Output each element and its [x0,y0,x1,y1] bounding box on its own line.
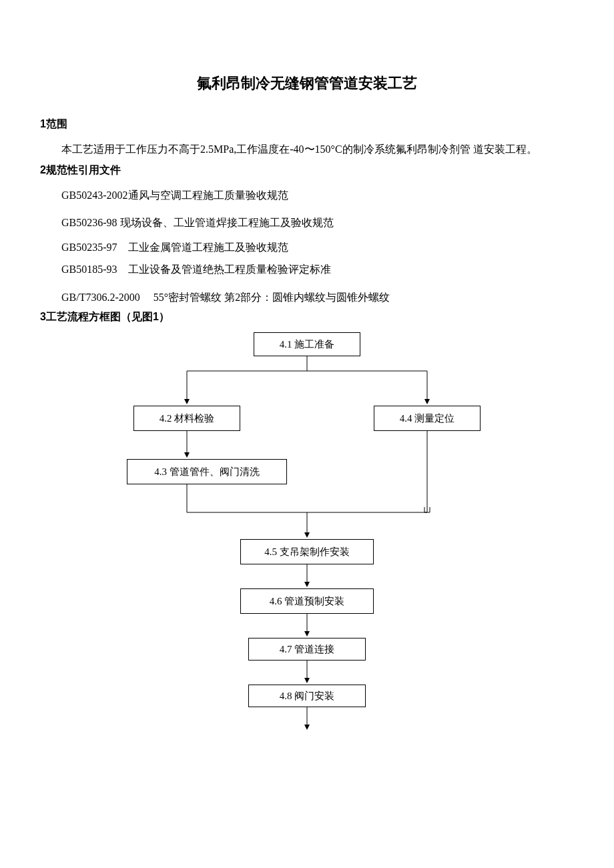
flowchart-container: 4.1 施工准备 4.2 材料检验 4.4 测量定位 4.3 管道管件、阀门清洗… [40,332,574,733]
section-1-body: 本工艺适用于工作压力不高于2.5MPa,工作温度在-40〜150°C的制冷系统氟… [40,138,574,161]
page-title: 氟利昂制冷无缝钢管管道安装工艺 [40,73,574,93]
ref-2: GB50236-98 现场设备、工业管道焊接工程施工及验收规范 [40,210,574,236]
section-1-heading: 1范围 [40,117,574,131]
flow-node-48: 4.8 阀门安装 [248,685,366,707]
section-3-heading: 3工艺流程方框图（见图1） [40,310,574,324]
section-2-heading: 2规范性引用文件 [40,163,574,177]
flow-node-47: 4.7 管道连接 [248,638,366,661]
ref-5: GB/T7306.2-2000 55°密封管螺纹 第2部分：圆锥内螺纹与圆锥外螺… [40,285,574,310]
ref-1: GB50243-2002通风与空调工程施工质量验收规范 [40,184,574,207]
ref-3: GB50235-97 工业金属管道工程施工及验收规范 [40,236,574,259]
flow-node-45: 4.5 支吊架制作安装 [240,539,374,564]
flow-node-44: 4.4 测量定位 [374,406,481,431]
flow-node-42: 4.2 材料检验 [133,406,240,431]
flowchart-arrows [127,332,487,733]
flow-node-43: 4.3 管道管件、阀门清洗 [127,459,287,484]
flow-node-41: 4.1 施工准备 [254,332,360,356]
ref-4: GB50185-93 工业设备及管道绝热工程质量检验评定标准 [40,258,574,281]
flowchart: 4.1 施工准备 4.2 材料检验 4.4 测量定位 4.3 管道管件、阀门清洗… [127,332,487,733]
flow-node-46: 4.6 管道预制安装 [240,588,374,614]
